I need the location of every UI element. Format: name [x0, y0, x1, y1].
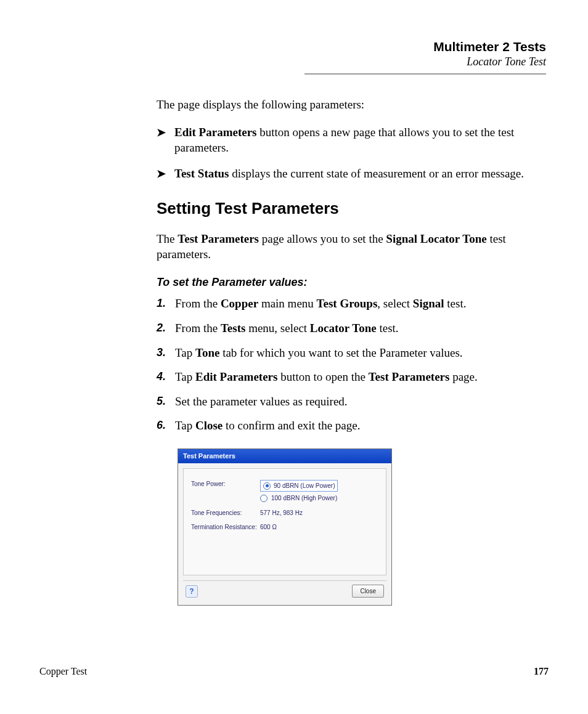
bullet-item: ➤ Edit Parameters button opens a new pag… — [157, 124, 546, 156]
label-termination-resistance: Termination Resistance: — [191, 523, 260, 532]
step-number: 4. — [157, 369, 175, 384]
bullet-marker-icon: ➤ — [157, 167, 166, 181]
step-item: 4.Tap Edit Parameters button to open the… — [157, 369, 546, 385]
step-text: Set the parameter values as required. — [175, 394, 546, 410]
step-item: 2.From the Tests menu, select Locator To… — [157, 320, 546, 336]
step-number: 1. — [157, 296, 175, 310]
intro-paragraph: The page displays the following paramete… — [157, 97, 546, 113]
section-subtitle: Locator Tone Test — [39, 55, 546, 68]
close-button[interactable]: Close — [352, 585, 384, 598]
heading-setting-test-parameters: Setting Test Parameters — [157, 198, 546, 219]
step-item: 6.Tap Close to confirm and exit the page… — [157, 418, 546, 434]
test-parameters-dialog: Test Parameters Tone Power: 90 dBRN (Low… — [178, 448, 392, 606]
step-number: 3. — [157, 345, 175, 360]
step-item: 3.Tap Tone tab for which you want to set… — [157, 345, 546, 361]
step-text: Tap Tone tab for which you want to set t… — [175, 345, 546, 361]
step-item: 1.From the Copper main menu Test Groups,… — [157, 296, 546, 312]
bullet-term: Test Status — [174, 167, 229, 180]
option-label: 100 dBRN (High Power) — [271, 494, 337, 503]
value-termination-resistance: 600 Ω — [260, 523, 277, 532]
tone-power-option[interactable]: 100 dBRN (High Power) — [260, 494, 338, 503]
bullet-marker-icon: ➤ — [157, 126, 166, 140]
paragraph: The Test Parameters page allows you to s… — [157, 231, 546, 262]
bullet-item: ➤ Test Status displays the current state… — [157, 166, 546, 182]
step-text: Tap Edit Parameters button to open the T… — [175, 369, 546, 385]
footer-doc-name: Copper Test — [39, 666, 87, 677]
dialog-titlebar: Test Parameters — [178, 449, 391, 463]
help-icon[interactable]: ? — [186, 585, 198, 598]
step-number: 2. — [157, 320, 175, 335]
step-text: From the Tests menu, select Locator Tone… — [175, 320, 546, 336]
bullet-text: displays the current state of measuremen… — [229, 167, 525, 180]
tone-power-selected-option[interactable]: 90 dBRN (Low Power) — [260, 480, 338, 492]
step-number: 5. — [157, 394, 175, 408]
step-item: 5.Set the parameter values as required. — [157, 394, 546, 410]
bullet-term: Edit Parameters — [174, 126, 256, 139]
label-tone-frequencies: Tone Frequencies: — [191, 509, 260, 517]
step-text: From the Copper main menu Test Groups, s… — [175, 296, 546, 312]
option-label: 90 dBRN (Low Power) — [274, 482, 335, 490]
footer-page-number: 177 — [534, 666, 549, 677]
step-number: 6. — [157, 418, 175, 432]
radio-selected-icon — [263, 482, 271, 490]
chapter-title: Multimeter 2 Tests — [39, 39, 546, 54]
value-tone-frequencies: 577 Hz, 983 Hz — [260, 509, 303, 517]
step-text: Tap Close to confirm and exit the page. — [175, 418, 546, 434]
subheading: To set the Parameter values: — [157, 275, 546, 290]
label-tone-power: Tone Power: — [191, 480, 260, 489]
header-rule — [304, 73, 546, 75]
radio-unselected-icon — [260, 495, 267, 502]
